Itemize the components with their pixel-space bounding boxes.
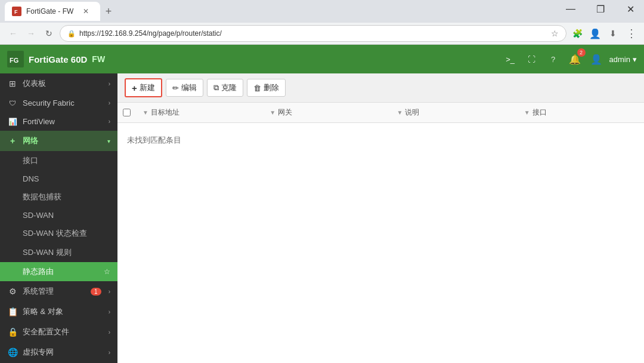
- toolbar: + 新建 ✏ 编辑 ⧉ 克隆 🗑 删除: [117, 73, 644, 103]
- security-profile-icon: 🔒: [7, 327, 18, 337]
- sidebar-label-system: 系统管理: [23, 286, 86, 297]
- sidebar-item-vpn[interactable]: 🌐 虚拟专网 ›: [0, 342, 117, 362]
- fortiview-icon: 📊: [7, 118, 18, 126]
- vpn-icon: 🌐: [7, 347, 18, 357]
- delete-label: 删除: [264, 82, 279, 93]
- sidebar-item-sdwan-rule[interactable]: SD-WAN 规则: [0, 243, 117, 262]
- chevron-icon: ›: [109, 329, 110, 336]
- help-icon[interactable]: ?: [545, 51, 562, 67]
- download-button[interactable]: ⬇: [606, 26, 620, 41]
- star-icon[interactable]: ☆: [551, 29, 559, 38]
- menu-button[interactable]: ⋮: [624, 26, 638, 41]
- maximize-button[interactable]: ❐: [587, 0, 614, 18]
- trash-icon: 🗑: [253, 84, 261, 93]
- new-button[interactable]: + 新建: [125, 78, 162, 97]
- gateway-col-header[interactable]: ▼ 网关: [262, 107, 389, 118]
- device-name: FW: [92, 54, 105, 64]
- interface-col-header[interactable]: ▼ 接口: [517, 107, 644, 118]
- fortigate-app: FG FortiGate 60D FW >_ ⛶ ? 🔔 2 👤 admin ▾: [0, 45, 644, 363]
- sidebar-label-policy: 策略 & 对象: [23, 306, 104, 317]
- close-button[interactable]: ✕: [617, 0, 644, 18]
- sidebar-item-dns[interactable]: DNS: [0, 170, 117, 187]
- plus-icon: +: [132, 83, 137, 93]
- extensions-button[interactable]: 🧩: [570, 26, 584, 41]
- table-header: ▼ 目标地址 ▼ 网关 ▼ 说明 ▼ 接口: [117, 103, 644, 123]
- sidebar-item-security-fabric[interactable]: 🛡 Security Fabric ›: [0, 94, 117, 112]
- sidebar-item-packet-capture[interactable]: 数据包捕获: [0, 187, 117, 207]
- dashboard-icon: ⊞: [7, 79, 18, 88]
- profile-button[interactable]: 👤: [588, 26, 602, 41]
- lock-icon: 🔒: [67, 30, 76, 38]
- checkbox-col: [117, 107, 135, 118]
- clone-button[interactable]: ⧉ 克隆: [207, 79, 243, 97]
- filter-icon: ▼: [524, 109, 530, 116]
- policy-icon: 📋: [7, 307, 18, 316]
- browser-tab[interactable]: F FortiGate - FW ✕: [5, 2, 100, 21]
- sidebar-item-network[interactable]: + 网络 ▾: [0, 131, 117, 151]
- top-nav: FG FortiGate 60D FW >_ ⛶ ? 🔔 2 👤 admin ▾: [0, 45, 644, 73]
- back-button[interactable]: ←: [6, 26, 20, 41]
- static-route-label: 静态路由: [23, 266, 104, 277]
- address-bar[interactable]: 🔒 https://192.168.9.254/ng/page/p/router…: [60, 25, 566, 42]
- minimize-button[interactable]: —: [557, 0, 584, 18]
- chevron-icon: ›: [109, 81, 110, 87]
- description-col-header[interactable]: ▼ 说明: [390, 107, 517, 118]
- sidebar-item-interface[interactable]: 接口: [0, 151, 117, 170]
- tab-favicon: F: [12, 7, 21, 16]
- tab-title: FortiGate - FW: [26, 7, 73, 16]
- address-text: https://192.168.9.254/ng/page/p/router/s…: [79, 29, 222, 38]
- chevron-icon: ›: [109, 309, 110, 315]
- edit-label: 编辑: [181, 82, 197, 93]
- admin-menu-button[interactable]: admin ▾: [609, 55, 637, 64]
- sidebar-label-fortiview: FortiView: [23, 117, 104, 126]
- sidebar-item-dashboard[interactable]: ⊞ 仪表板 ›: [0, 73, 117, 94]
- table-body: 未找到匹配条目: [117, 123, 644, 363]
- security-fabric-icon: 🛡: [7, 99, 18, 107]
- browser-tab-bar: F FortiGate - FW ✕ + — ❐ ✕: [0, 0, 644, 23]
- sidebar-label-security-profile: 安全配置文件: [23, 327, 104, 337]
- sidebar: ⊞ 仪表板 › 🛡 Security Fabric › 📊 FortiView …: [0, 73, 117, 363]
- system-badge: 1: [91, 288, 101, 296]
- chevron-icon: ›: [109, 118, 110, 125]
- delete-button[interactable]: 🗑 删除: [247, 79, 286, 97]
- target-label: 目标地址: [151, 107, 179, 118]
- expand-icon[interactable]: ⛶: [524, 51, 540, 67]
- clone-icon: ⧉: [213, 83, 219, 93]
- sidebar-item-security-profile[interactable]: 🔒 安全配置文件 ›: [0, 322, 117, 342]
- dropdown-icon: ▾: [633, 55, 637, 64]
- filter-icon: ▼: [270, 109, 275, 116]
- tab-close-icon[interactable]: ✕: [83, 7, 89, 16]
- device-model: FortiGate 60D: [29, 54, 87, 64]
- new-label: 新建: [140, 82, 155, 93]
- forti-logo-icon: FG: [7, 51, 24, 67]
- new-tab-button[interactable]: +: [100, 3, 117, 20]
- filter-icon: ▼: [143, 109, 148, 116]
- select-all-checkbox[interactable]: [123, 109, 131, 116]
- edit-button[interactable]: ✏ 编辑: [166, 79, 203, 97]
- no-match-text: 未找到匹配条目: [117, 123, 644, 158]
- cli-icon[interactable]: >_: [502, 51, 519, 67]
- svg-text:F: F: [14, 9, 18, 15]
- gateway-label: 网关: [278, 107, 292, 118]
- sidebar-item-fortiview[interactable]: 📊 FortiView ›: [0, 112, 117, 131]
- browser-controls: ← → ↻ 🔒 https://192.168.9.254/ng/page/p/…: [0, 23, 644, 45]
- sidebar-item-sdwan[interactable]: SD-WAN: [0, 207, 117, 224]
- sidebar-item-sdwan-status[interactable]: SD-WAN 状态检查: [0, 224, 117, 243]
- description-label: 说明: [405, 107, 419, 118]
- sidebar-label-network: 网络: [23, 136, 103, 146]
- main-layout: ⊞ 仪表板 › 🛡 Security Fabric › 📊 FortiView …: [0, 73, 644, 363]
- sidebar-item-policy[interactable]: 📋 策略 & 对象 ›: [0, 302, 117, 322]
- sidebar-label-dashboard: 仪表板: [23, 78, 104, 89]
- star-icon: ☆: [104, 267, 110, 276]
- target-col-header[interactable]: ▼ 目标地址: [135, 107, 262, 118]
- refresh-button[interactable]: ↻: [42, 26, 56, 41]
- svg-text:FG: FG: [10, 57, 18, 64]
- notifications-button[interactable]: 🔔 2: [566, 51, 583, 67]
- sidebar-item-system-mgmt[interactable]: ⚙ 系统管理 1 ›: [0, 281, 117, 302]
- chevron-icon: ›: [109, 100, 110, 106]
- sidebar-item-static-route[interactable]: 静态路由 ☆: [0, 262, 117, 281]
- top-nav-right: >_ ⛶ ? 🔔 2 👤 admin ▾: [502, 51, 637, 67]
- forward-button[interactable]: →: [24, 26, 38, 41]
- admin-label: admin: [609, 55, 630, 64]
- chevron-icon: ›: [109, 349, 110, 356]
